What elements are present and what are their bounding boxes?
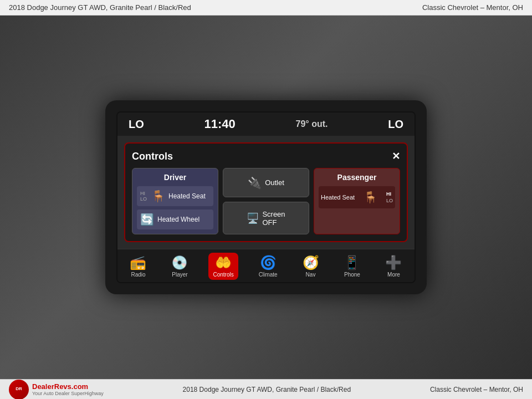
outlet-icon: 🔌: [248, 176, 262, 190]
climate-icon: 🌀: [260, 255, 277, 270]
passenger-seat-icon: 🪑: [364, 191, 377, 204]
controls-card: Controls ✕ Driver HI LO: [124, 142, 408, 242]
screen-off-label: Screen OFF: [262, 210, 285, 227]
driver-temp: LO: [129, 118, 144, 131]
passenger-heated-seat-label: Heated Seat: [321, 194, 355, 201]
outlet-control[interactable]: 🔌 Outlet: [223, 168, 309, 197]
controls-title: Controls: [132, 151, 173, 162]
controls-icon: 🤲: [215, 255, 232, 270]
footer-car-info: 2018 Dodge Journey GT AWD, Granite Pearl…: [183, 386, 351, 393]
nav-player-label: Player: [172, 272, 187, 278]
dashboard-bezel: LO 11:40 79° out. LO Controls ✕: [105, 100, 427, 294]
heated-seat-control[interactable]: HI LO 🪑 Heated Seat: [137, 186, 213, 206]
footer-logo: DR DealerRevs.com Your Auto Dealer Super…: [9, 380, 104, 400]
driver-section-title: Driver: [137, 173, 213, 182]
nav-bar: 📻 Radio 💿 Player 🤲 Controls 🌀 Climate 🧭: [117, 249, 415, 282]
heated-wheel-icon: 🔄: [140, 213, 154, 226]
logo-text-group: DealerRevs.com Your Auto Dealer SuperHig…: [32, 382, 104, 396]
passenger-hi-lo: HI LO: [386, 191, 393, 203]
radio-icon: 📻: [130, 255, 146, 270]
footer-dealer: Classic Chevrolet – Mentor, OH: [430, 386, 523, 393]
more-icon: ➕: [385, 255, 402, 270]
driver-section: Driver HI LO 🪑 Heated Seat: [132, 168, 218, 234]
passenger-temp: LO: [388, 118, 403, 131]
controls-header: Controls ✕: [132, 150, 400, 162]
heated-seat-label: Heated Seat: [168, 192, 206, 200]
nav-more[interactable]: ➕ More: [381, 253, 406, 280]
nav-climate[interactable]: 🌀 Climate: [254, 253, 282, 280]
nav-player[interactable]: 💿 Player: [167, 253, 192, 280]
passenger-section-title: Passenger: [319, 173, 395, 182]
nav-controls-label: Controls: [213, 272, 233, 278]
heated-seat-icon: 🪑: [151, 190, 165, 203]
nav-nav-label: Nav: [306, 272, 316, 278]
nav-more-label: More: [387, 272, 400, 278]
nav-radio[interactable]: 📻 Radio: [125, 253, 151, 280]
status-bar: LO 11:40 79° out. LO: [117, 112, 415, 136]
passenger-heated-seat[interactable]: Heated Seat 🪑 HI LO: [319, 186, 395, 208]
nav-nav[interactable]: 🧭 Nav: [298, 253, 324, 280]
screen-off-control[interactable]: 🖥️ Screen OFF: [223, 202, 309, 234]
nav-phone-label: Phone: [344, 272, 360, 278]
header-dealer: Classic Chevrolet – Mentor, OH: [422, 3, 523, 12]
nav-icon-item: 🧭: [303, 255, 319, 270]
outside-temp: 79° out.: [296, 119, 328, 129]
screen-off-icon: 🖥️: [247, 212, 259, 224]
controls-panel: Controls ✕ Driver HI LO: [117, 136, 415, 249]
heated-wheel-control[interactable]: 🔄 Heated Wheel: [137, 209, 213, 229]
infotainment-screen: LO 11:40 79° out. LO Controls ✕: [116, 111, 416, 283]
nav-controls[interactable]: 🤲 Controls: [208, 253, 238, 280]
outlet-label: Outlet: [265, 178, 284, 187]
close-button[interactable]: ✕: [392, 150, 400, 162]
header-bar: 2018 Dodge Journey GT AWD, Granite Pearl…: [0, 0, 532, 16]
main-content: LO 11:40 79° out. LO Controls ✕: [0, 16, 532, 379]
dealerrevs-logo: DR: [9, 380, 29, 400]
logo-url: DealerRevs.com: [32, 382, 104, 391]
nav-climate-label: Climate: [259, 272, 278, 278]
footer-bar: DR DealerRevs.com Your Auto Dealer Super…: [0, 379, 532, 399]
heated-wheel-label: Heated Wheel: [157, 216, 200, 223]
player-icon: 💿: [171, 255, 188, 270]
nav-phone[interactable]: 📱 Phone: [339, 253, 365, 280]
clock-display: 11:40: [204, 117, 236, 131]
hi-lo-indicator: HI LO: [140, 191, 147, 202]
header-car-info: 2018 Dodge Journey GT AWD, Granite Pearl…: [9, 3, 191, 12]
nav-radio-label: Radio: [131, 272, 145, 278]
logo-tagline: Your Auto Dealer SuperHighway: [32, 391, 104, 396]
phone-icon: 📱: [344, 255, 360, 270]
passenger-section: Passenger Heated Seat 🪑 HI LO: [314, 168, 400, 234]
controls-grid: Driver HI LO 🪑 Heated Seat: [132, 168, 400, 234]
